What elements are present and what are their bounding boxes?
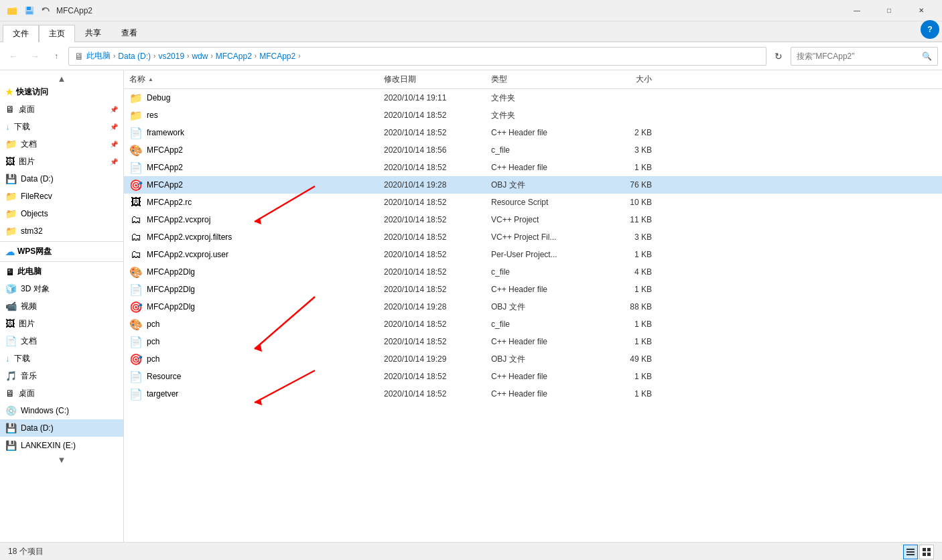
col-name-header[interactable]: 名称 ▲ <box>129 74 384 85</box>
wps-section[interactable]: ☁ WPS网盘 <box>0 243 123 260</box>
table-row[interactable]: 🎯 pch 2020/10/14 19:29 OBJ 文件 49 KB <box>124 350 942 368</box>
tab-home[interactable]: 文件 <box>3 25 39 42</box>
quickaccess-section[interactable]: ★ 快速访问 <box>0 84 123 100</box>
forward-button[interactable]: → <box>25 47 44 66</box>
table-row[interactable]: 🗂 MFCApp2.vcxproj.filters 2020/10/14 18:… <box>124 228 942 246</box>
file-size: 1 KB <box>598 163 652 172</box>
file-date: 2020/10/14 18:52 <box>384 320 491 329</box>
help-button[interactable]: ? <box>921 20 939 39</box>
obj-icon: 🎯 <box>129 179 143 192</box>
cpp-icon: 🎨 <box>129 318 143 331</box>
table-row[interactable]: 📄 targetver 2020/10/14 18:52 C++ Header … <box>124 385 942 403</box>
file-name: Debug <box>147 93 384 102</box>
sidebar-item-pictures2[interactable]: 🖼 图片 <box>0 315 123 332</box>
address-path[interactable]: 🖥 此电脑 › Data (D:) › vs2019 › wdw › MFCAp… <box>68 47 766 66</box>
data-d2-icon: 💾 <box>5 423 17 433</box>
path-part-3[interactable]: vs2019 <box>158 52 184 61</box>
sidebar-item-music[interactable]: 🎵 音乐 <box>0 367 123 384</box>
sidebar-item-pictures[interactable]: 🖼 图片 📌 <box>0 153 123 170</box>
sidebar-item-3d[interactable]: 🧊 3D 对象 <box>0 280 123 297</box>
cpp-icon: 🎨 <box>129 266 143 279</box>
view-list-button[interactable] <box>919 545 934 559</box>
sidebar-item-stm32[interactable]: 📁 stm32 <box>0 222 123 240</box>
sidebar-scroll-down[interactable]: ▼ <box>0 454 123 465</box>
drive-icon-d: 💾 <box>5 173 17 184</box>
view-detail-button[interactable] <box>903 545 918 559</box>
file-size: 88 KB <box>598 302 652 311</box>
sidebar-item-lankexin[interactable]: 💾 LANKEXIN (E:) <box>0 437 123 454</box>
file-date: 2020/10/14 19:11 <box>384 93 491 102</box>
sidebar-item-documents2[interactable]: 📄 文档 <box>0 332 123 350</box>
sidebar-item-desktop2[interactable]: 🖥 桌面 <box>0 384 123 402</box>
sidebar-item-desktop[interactable]: 🖥 桌面 📌 <box>0 100 123 118</box>
tab-view[interactable]: 查看 <box>111 24 147 42</box>
file-size: 1 KB <box>598 320 652 329</box>
undo-icon[interactable] <box>39 4 52 17</box>
table-row[interactable]: 📄 Resource 2020/10/14 18:52 C++ Header f… <box>124 368 942 385</box>
table-row[interactable]: 🎯 MFCApp2 2020/10/14 19:28 OBJ 文件 76 KB <box>124 176 942 194</box>
file-size: 49 KB <box>598 354 652 364</box>
col-type-header[interactable]: 类型 <box>491 74 598 85</box>
sidebar-item-documents[interactable]: 📁 文档 📌 <box>0 135 123 153</box>
col-date-header[interactable]: 修改日期 <box>384 74 491 85</box>
cpp-icon: 🎨 <box>129 144 143 157</box>
tab-home2[interactable]: 主页 <box>39 25 75 42</box>
sidebar-item-filerecv[interactable]: 📁 FileRecv <box>0 188 123 205</box>
filerecv-icon: 📁 <box>5 191 17 202</box>
file-name: MFCApp2 <box>147 163 384 172</box>
file-date: 2020/10/14 18:52 <box>384 285 491 294</box>
sidebar-scroll-up[interactable]: ▲ <box>0 73 123 84</box>
thispc-label: 此电脑 <box>17 266 42 277</box>
sidebar-item-downloads2[interactable]: ↓ 下载 <box>0 350 123 367</box>
path-part-5[interactable]: MFCApp2 <box>216 52 252 61</box>
table-row[interactable]: 📁 res 2020/10/14 18:52 文件夹 <box>124 107 942 124</box>
table-row[interactable]: 🗂 MFCApp2.vcxproj 2020/10/14 18:52 VC++ … <box>124 211 942 228</box>
close-button[interactable]: ✕ <box>906 0 937 21</box>
view-buttons <box>903 545 934 559</box>
up-button[interactable]: ↑ <box>47 47 66 66</box>
back-button[interactable]: ← <box>4 47 23 66</box>
sidebar-item-windows-c[interactable]: 💿 Windows (C:) <box>0 402 123 419</box>
sidebar-item-downloads[interactable]: ↓ 下载 📌 <box>0 118 123 135</box>
sidebar-item-data-d[interactable]: 💾 Data (D:) <box>0 170 123 188</box>
documents-label: 文档 <box>21 139 37 150</box>
file-size: 11 KB <box>598 215 652 224</box>
refresh-button[interactable]: ↻ <box>769 47 788 66</box>
table-row[interactable]: 🎨 pch 2020/10/14 18:52 c_file 1 KB <box>124 316 942 333</box>
path-part-1[interactable]: 此电脑 <box>86 50 111 62</box>
maximize-button[interactable]: □ <box>874 0 904 21</box>
path-part-6[interactable]: MFCApp2 <box>259 52 295 61</box>
table-row[interactable]: 🎨 MFCApp2 2020/10/14 18:56 c_file 3 KB <box>124 141 942 159</box>
sidebar-item-data-d2[interactable]: 💾 Data (D:) <box>0 419 123 437</box>
file-size: 1 KB <box>598 285 652 294</box>
3d-label: 3D 对象 <box>21 283 50 295</box>
tab-share[interactable]: 共享 <box>75 24 111 42</box>
col-size-header[interactable]: 大小 <box>598 74 652 85</box>
path-part-2[interactable]: Data (D:) <box>118 52 151 61</box>
minimize-button[interactable]: — <box>842 0 872 21</box>
file-type: OBJ 文件 <box>491 180 598 191</box>
table-row[interactable]: 🎯 MFCApp2Dlg 2020/10/14 19:28 OBJ 文件 88 … <box>124 298 942 316</box>
thispc-section[interactable]: 🖥 此电脑 <box>0 263 123 280</box>
sidebar-item-video[interactable]: 📹 视频 <box>0 297 123 315</box>
path-part-4[interactable]: wdw <box>192 52 208 61</box>
file-type: OBJ 文件 <box>491 354 598 365</box>
file-type: VC++ Project <box>491 215 598 224</box>
table-row[interactable]: 📁 Debug 2020/10/14 19:11 文件夹 <box>124 89 942 107</box>
lankexin-icon: 💾 <box>5 440 17 451</box>
search-box[interactable]: 🔍 <box>791 47 938 66</box>
file-date: 2020/10/14 18:52 <box>384 128 491 137</box>
data-d-label: Data (D:) <box>21 174 54 184</box>
sidebar: ▲ ★ 快速访问 🖥 桌面 📌 ↓ 下载 📌 📁 文档 📌 🖼 图片 📌 <box>0 70 124 542</box>
table-row[interactable]: 📄 framework 2020/10/14 18:52 C++ Header … <box>124 124 942 141</box>
table-row[interactable]: 🎨 MFCApp2Dlg 2020/10/14 18:52 c_file 4 K… <box>124 263 942 281</box>
documents2-icon: 📄 <box>5 336 17 346</box>
sidebar-item-objects[interactable]: 📁 Objects <box>0 205 123 222</box>
table-row[interactable]: 🗂 MFCApp2.vcxproj.user 2020/10/14 18:52 … <box>124 246 942 263</box>
table-row[interactable]: 🖼 MFCApp2.rc 2020/10/14 18:52 Resource S… <box>124 194 942 211</box>
save-icon <box>23 4 36 17</box>
search-input[interactable] <box>797 52 919 61</box>
table-row[interactable]: 📄 pch 2020/10/14 18:52 C++ Header file 1… <box>124 333 942 350</box>
table-row[interactable]: 📄 MFCApp2Dlg 2020/10/14 18:52 C++ Header… <box>124 281 942 298</box>
table-row[interactable]: 📄 MFCApp2 2020/10/14 18:52 C++ Header fi… <box>124 159 942 176</box>
